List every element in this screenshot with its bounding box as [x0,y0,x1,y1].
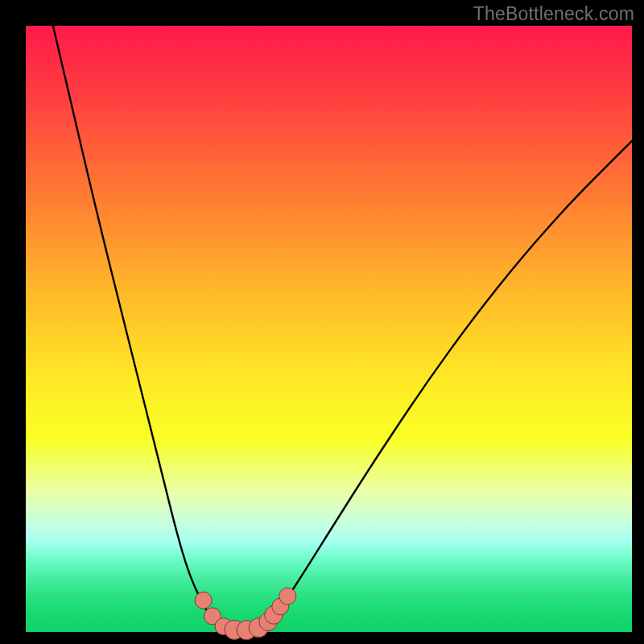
data-marker [195,592,212,609]
watermark-text: TheBottleneck.com [473,3,634,25]
curve-group [53,26,632,640]
data-marker [279,588,296,605]
chart-svg [26,26,632,632]
chart-frame: TheBottleneck.com [0,0,644,644]
bottleneck-curve [53,26,632,630]
marker-group [195,588,296,640]
plot-area [26,26,632,632]
